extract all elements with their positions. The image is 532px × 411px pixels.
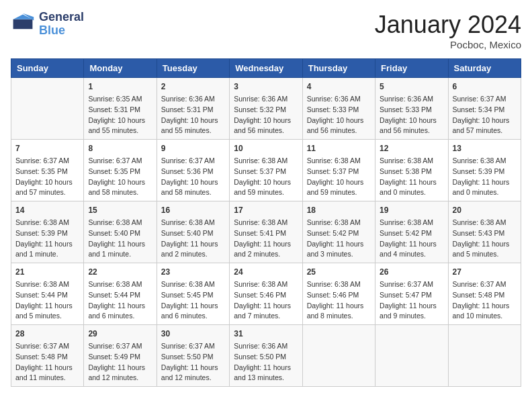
day-info: Sunrise: 6:37 AM Sunset: 5:48 PM Dayligh…	[15, 341, 79, 383]
calendar-week-5: 28Sunrise: 6:37 AM Sunset: 5:48 PM Dayli…	[11, 325, 521, 387]
day-info: Sunrise: 6:36 AM Sunset: 5:33 PM Dayligh…	[380, 94, 443, 136]
calendar-cell: 2Sunrise: 6:36 AM Sunset: 5:31 PM Daylig…	[157, 78, 229, 140]
day-header-wednesday: Wednesday	[230, 59, 302, 78]
day-number: 25	[307, 266, 371, 278]
calendar-cell: 19Sunrise: 6:38 AM Sunset: 5:42 PM Dayli…	[375, 201, 448, 263]
calendar-cell: 11Sunrise: 6:38 AM Sunset: 5:37 PM Dayli…	[302, 140, 375, 201]
calendar-cell: 3Sunrise: 6:36 AM Sunset: 5:32 PM Daylig…	[230, 78, 302, 140]
logo-icon	[11, 12, 35, 36]
day-info: Sunrise: 6:38 AM Sunset: 5:39 PM Dayligh…	[453, 156, 517, 198]
day-info: Sunrise: 6:38 AM Sunset: 5:46 PM Dayligh…	[307, 279, 371, 322]
day-info: Sunrise: 6:38 AM Sunset: 5:39 PM Dayligh…	[15, 218, 79, 260]
day-number: 2	[161, 81, 225, 93]
svg-rect-2	[13, 19, 23, 29]
day-number: 29	[88, 328, 152, 340]
calendar-cell: 21Sunrise: 6:38 AM Sunset: 5:44 PM Dayli…	[11, 263, 84, 325]
calendar-cell: 12Sunrise: 6:38 AM Sunset: 5:38 PM Dayli…	[375, 140, 448, 201]
calendar-cell: 24Sunrise: 6:38 AM Sunset: 5:46 PM Dayli…	[230, 263, 302, 325]
calendar-cell: 14Sunrise: 6:38 AM Sunset: 5:39 PM Dayli…	[11, 201, 84, 263]
calendar-cell: 16Sunrise: 6:38 AM Sunset: 5:40 PM Dayli…	[157, 201, 229, 263]
day-info: Sunrise: 6:38 AM Sunset: 5:37 PM Dayligh…	[234, 156, 298, 198]
calendar-table: SundayMondayTuesdayWednesdayThursdayFrid…	[11, 58, 521, 387]
day-info: Sunrise: 6:38 AM Sunset: 5:44 PM Dayligh…	[88, 279, 152, 322]
day-info: Sunrise: 6:38 AM Sunset: 5:45 PM Dayligh…	[161, 279, 225, 322]
calendar-cell: 31Sunrise: 6:36 AM Sunset: 5:50 PM Dayli…	[230, 325, 302, 387]
day-header-saturday: Saturday	[448, 59, 521, 78]
calendar-cell: 17Sunrise: 6:38 AM Sunset: 5:41 PM Dayli…	[230, 201, 302, 263]
calendar-cell	[302, 325, 375, 387]
day-info: Sunrise: 6:38 AM Sunset: 5:38 PM Dayligh…	[380, 156, 443, 198]
logo-blue: Blue	[39, 24, 84, 38]
day-header-friday: Friday	[375, 59, 448, 78]
day-number: 17	[234, 204, 298, 216]
day-number: 5	[380, 81, 443, 93]
day-info: Sunrise: 6:37 AM Sunset: 5:49 PM Dayligh…	[88, 341, 152, 383]
day-info: Sunrise: 6:38 AM Sunset: 5:42 PM Dayligh…	[380, 218, 443, 260]
day-info: Sunrise: 6:37 AM Sunset: 5:35 PM Dayligh…	[15, 156, 79, 198]
day-number: 6	[453, 81, 517, 93]
day-number: 21	[15, 266, 79, 278]
day-number: 15	[88, 204, 152, 216]
calendar-cell: 8Sunrise: 6:37 AM Sunset: 5:35 PM Daylig…	[84, 140, 157, 201]
calendar-cell: 28Sunrise: 6:37 AM Sunset: 5:48 PM Dayli…	[11, 325, 84, 387]
svg-rect-3	[23, 19, 32, 29]
day-info: Sunrise: 6:35 AM Sunset: 5:31 PM Dayligh…	[88, 94, 152, 136]
calendar-header-row: SundayMondayTuesdayWednesdayThursdayFrid…	[11, 59, 521, 78]
day-number: 7	[15, 142, 79, 154]
day-number: 26	[380, 266, 443, 278]
calendar-cell: 7Sunrise: 6:37 AM Sunset: 5:35 PM Daylig…	[11, 140, 84, 201]
day-info: Sunrise: 6:37 AM Sunset: 5:35 PM Dayligh…	[88, 156, 152, 198]
day-number: 11	[307, 142, 371, 154]
day-info: Sunrise: 6:38 AM Sunset: 5:43 PM Dayligh…	[453, 218, 517, 260]
day-header-sunday: Sunday	[11, 59, 84, 78]
logo: General Blue	[11, 11, 84, 38]
calendar-cell: 15Sunrise: 6:38 AM Sunset: 5:40 PM Dayli…	[84, 201, 157, 263]
calendar-cell: 20Sunrise: 6:38 AM Sunset: 5:43 PM Dayli…	[448, 201, 521, 263]
day-info: Sunrise: 6:37 AM Sunset: 5:50 PM Dayligh…	[161, 341, 225, 383]
day-info: Sunrise: 6:38 AM Sunset: 5:37 PM Dayligh…	[307, 156, 371, 198]
calendar-week-2: 7Sunrise: 6:37 AM Sunset: 5:35 PM Daylig…	[11, 140, 521, 201]
day-info: Sunrise: 6:37 AM Sunset: 5:48 PM Dayligh…	[453, 279, 517, 322]
day-header-thursday: Thursday	[302, 59, 375, 78]
calendar-cell	[448, 325, 521, 387]
calendar-cell: 26Sunrise: 6:37 AM Sunset: 5:47 PM Dayli…	[375, 263, 448, 325]
calendar-cell: 30Sunrise: 6:37 AM Sunset: 5:50 PM Dayli…	[157, 325, 229, 387]
title-block: January 2024 Pocboc, Mexico	[375, 11, 521, 50]
calendar-cell: 10Sunrise: 6:38 AM Sunset: 5:37 PM Dayli…	[230, 140, 302, 201]
day-number: 24	[234, 266, 298, 278]
day-info: Sunrise: 6:36 AM Sunset: 5:31 PM Dayligh…	[161, 94, 225, 136]
day-number: 30	[161, 328, 225, 340]
day-number: 1	[88, 81, 152, 93]
day-number: 16	[161, 204, 225, 216]
day-number: 22	[88, 266, 152, 278]
calendar-cell	[375, 325, 448, 387]
day-info: Sunrise: 6:38 AM Sunset: 5:40 PM Dayligh…	[88, 218, 152, 260]
day-number: 3	[234, 81, 298, 93]
calendar-cell: 9Sunrise: 6:37 AM Sunset: 5:36 PM Daylig…	[157, 140, 229, 201]
day-number: 28	[15, 328, 79, 340]
day-number: 19	[380, 204, 443, 216]
calendar-cell: 29Sunrise: 6:37 AM Sunset: 5:49 PM Dayli…	[84, 325, 157, 387]
day-number: 20	[453, 204, 517, 216]
day-info: Sunrise: 6:38 AM Sunset: 5:40 PM Dayligh…	[161, 218, 225, 260]
calendar-cell: 25Sunrise: 6:38 AM Sunset: 5:46 PM Dayli…	[302, 263, 375, 325]
calendar-cell: 6Sunrise: 6:37 AM Sunset: 5:34 PM Daylig…	[448, 78, 521, 140]
day-number: 14	[15, 204, 79, 216]
day-info: Sunrise: 6:38 AM Sunset: 5:41 PM Dayligh…	[234, 218, 298, 260]
day-info: Sunrise: 6:36 AM Sunset: 5:33 PM Dayligh…	[307, 94, 371, 136]
day-info: Sunrise: 6:38 AM Sunset: 5:44 PM Dayligh…	[15, 279, 79, 322]
day-info: Sunrise: 6:38 AM Sunset: 5:46 PM Dayligh…	[234, 279, 298, 322]
month-title: January 2024	[375, 11, 521, 39]
location: Pocboc, Mexico	[375, 39, 521, 50]
day-number: 31	[234, 328, 298, 340]
day-number: 10	[234, 142, 298, 154]
day-info: Sunrise: 6:36 AM Sunset: 5:50 PM Dayligh…	[234, 341, 298, 383]
calendar-week-3: 14Sunrise: 6:38 AM Sunset: 5:39 PM Dayli…	[11, 201, 521, 263]
calendar-cell	[11, 78, 84, 140]
day-number: 12	[380, 142, 443, 154]
calendar-cell: 5Sunrise: 6:36 AM Sunset: 5:33 PM Daylig…	[375, 78, 448, 140]
page-header: General Blue January 2024 Pocboc, Mexico	[11, 11, 521, 50]
logo-general: General	[39, 11, 84, 24]
day-number: 23	[161, 266, 225, 278]
calendar-cell: 4Sunrise: 6:36 AM Sunset: 5:33 PM Daylig…	[302, 78, 375, 140]
